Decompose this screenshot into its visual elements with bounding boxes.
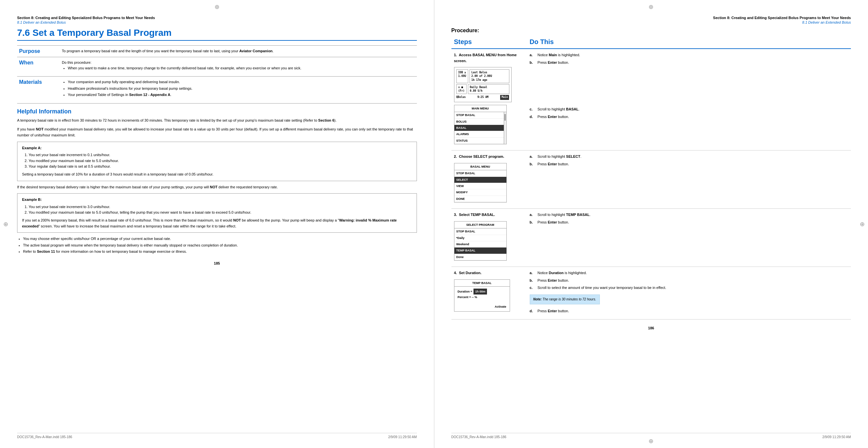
example-b-box: Example B: You set your basal rate incre… bbox=[17, 193, 417, 233]
footer-left-text: DOC15736_Rev-A-Man.indd 185-186 bbox=[17, 435, 72, 439]
left-section-subheader: 8.1 Deliver an Extended Bolus bbox=[17, 21, 417, 24]
materials-bullet-2: Healthcare professional's instructions f… bbox=[68, 86, 415, 92]
example-a-list: You set your basal rate increment to 0.1… bbox=[22, 152, 412, 170]
step-4a: a. Notice Duration is highlighted. bbox=[530, 270, 848, 276]
info-table: Purpose To program a temporary basal rat… bbox=[17, 45, 417, 104]
crosshair-top-right: ⊕ bbox=[649, 3, 653, 10]
materials-bullet-1: Your companion and pump fully operating … bbox=[68, 79, 415, 85]
step-3-row: 3. Select TEMP BASAL. SELECT PROGRAM STO… bbox=[452, 209, 851, 267]
crosshair-top: ⊕ bbox=[215, 3, 219, 10]
crosshair-left: ⊕ bbox=[3, 220, 8, 228]
right-footer: DOC15736_Rev-A-Man.indd 185-186 2/9/09 1… bbox=[452, 433, 851, 439]
example-a-title: Example A: bbox=[22, 145, 412, 151]
step-1c: c. Scroll to highlight BASAL. bbox=[530, 106, 848, 112]
example-a-box: Example A: You set your basal rate incre… bbox=[17, 142, 417, 181]
footer-bullet-2: The active basal program will resume whe… bbox=[23, 243, 417, 248]
right-page-number: 186 bbox=[452, 326, 851, 330]
step-2-do-this: a. Scroll to highlight SELECT. b. Press … bbox=[527, 150, 851, 209]
example-a-para: Setting a temporary basal rate of 10% fo… bbox=[22, 172, 412, 177]
step-1-row: 1. Access BASAL MENU from Home screen. I… bbox=[452, 49, 851, 150]
purpose-row: Purpose To program a temporary basal rat… bbox=[17, 46, 417, 57]
materials-bullets: Your companion and pump fully operating … bbox=[62, 79, 415, 98]
step-4-row: 4. Set Duration. TEMP BASAL Duration = 1… bbox=[452, 267, 851, 319]
basal-menu-mockup: BASAL MENU STOP BASAL SELECT VIEW MODIFY… bbox=[454, 163, 507, 203]
step-2-row: 2. Choose SELECT program. BASAL MENU STO… bbox=[452, 150, 851, 209]
home-screen-mockup: IOB ≥1.69U Last Bolus2.00 of 2.00U1h 17m… bbox=[454, 67, 512, 102]
step-1a: a. Notice Main is highlighted. bbox=[530, 52, 848, 58]
materials-bullet-3: Your personalized Table of Settings in S… bbox=[68, 92, 415, 98]
select-program-mockup: SELECT PROGRAM STOP BASAL *Daily Weekend… bbox=[454, 221, 507, 261]
temp-basal-mockup: TEMP BASAL Duration = 1h 00m Percent = -… bbox=[454, 279, 510, 312]
helpful-para2: If you have NOT modified your maximum ba… bbox=[17, 127, 417, 138]
step-1d: d. Press Enter button. bbox=[530, 114, 848, 120]
example-b-list: You set your basal rate increment to 3.0… bbox=[22, 204, 412, 216]
helpful-title: Helpful Information bbox=[17, 108, 417, 115]
footer-bullets: You may choose either specific units/hou… bbox=[17, 236, 417, 255]
materials-row: Materials Your companion and pump fully … bbox=[17, 77, 417, 104]
step-2a: a. Scroll to highlight SELECT. bbox=[530, 154, 848, 160]
left-page-number: 185 bbox=[17, 261, 417, 265]
step-2-cell: 2. Choose SELECT program. BASAL MENU STO… bbox=[452, 150, 527, 209]
materials-label: Materials bbox=[17, 77, 60, 104]
step-4-cell: 4. Set Duration. TEMP BASAL Duration = 1… bbox=[452, 267, 527, 319]
purpose-label: Purpose bbox=[17, 46, 60, 57]
left-page: ⊕ ⊕ Section 8: Creating and Editing Spec… bbox=[0, 0, 434, 448]
step-2b: b. Press Enter button. bbox=[530, 161, 848, 167]
right-section-subheader: 8.1 Deliver an Extended Bolus bbox=[452, 21, 851, 24]
step-1-do-this: a. Notice Main is highlighted. b. Press … bbox=[527, 49, 851, 150]
note-box: Note: The range is 30 minutes to 72 hour… bbox=[530, 295, 600, 304]
when-intro: Do this procedure: bbox=[62, 61, 91, 64]
left-section-header: Section 8: Creating and Editing Speciali… bbox=[17, 16, 417, 20]
when-content: Do this procedure: When you want to make… bbox=[60, 57, 417, 77]
example-a-item-1: You set your basal rate increment to 0.1… bbox=[29, 152, 412, 158]
right-section-header: Section 8: Creating and Editing Speciali… bbox=[452, 16, 851, 20]
procedure-table: Steps Do This 1. Access BASAL MENU from … bbox=[452, 37, 851, 319]
left-footer: DOC15736_Rev-A-Man.indd 185-186 2/9/09 1… bbox=[17, 433, 417, 439]
step-3b: b. Press Enter button. bbox=[530, 219, 848, 226]
example-b-item-1: You set your basal rate increment to 3.0… bbox=[29, 204, 412, 210]
step-4d: d. Press Enter button. bbox=[530, 308, 848, 314]
step-4b: b. Press Enter button. bbox=[530, 278, 848, 284]
chapter-title: 7.6 Set a Temporary Basal Program bbox=[17, 28, 417, 41]
footer-bullet-3: Refer to Section 11 for more information… bbox=[23, 249, 417, 255]
example-b-item-2: You modified your maximum basal rate to … bbox=[29, 210, 412, 216]
purpose-content: To program a temporary basal rate and th… bbox=[60, 46, 417, 57]
step-4c: c. Scroll to select the amount of time y… bbox=[530, 285, 848, 291]
step-3a: a. Scroll to highlight TEMP BASAL. bbox=[530, 212, 848, 218]
page-spread: ⊕ ⊕ Section 8: Creating and Editing Spec… bbox=[0, 0, 868, 448]
when-label: When bbox=[17, 57, 60, 77]
col-steps-header: Steps bbox=[452, 37, 527, 49]
when-bullets: When you want to make a one time, tempor… bbox=[62, 65, 415, 71]
procedure-header-row: Steps Do This bbox=[452, 37, 851, 49]
footer-bullet-1: You may choose either specific units/hou… bbox=[23, 236, 417, 242]
example-a-item-2: You modified your maximum basal rate to … bbox=[29, 158, 412, 164]
col-do-this-header: Do This bbox=[527, 37, 851, 49]
step-3-cell: 3. Select TEMP BASAL. SELECT PROGRAM STO… bbox=[452, 209, 527, 267]
footer-right-text-right: 2/9/09 11:29:50 AM bbox=[822, 435, 851, 439]
when-row: When Do this procedure: When you want to… bbox=[17, 57, 417, 77]
footer-right-text: 2/9/09 11:29:50 AM bbox=[388, 435, 417, 439]
helpful-para3: If the desired temporary basal delivery … bbox=[17, 184, 417, 190]
when-bullet-1: When you want to make a one time, tempor… bbox=[68, 65, 415, 71]
step-1b: b. Press Enter button. bbox=[530, 60, 848, 66]
example-b-para: If you set a 200% temporary basal, this … bbox=[22, 217, 412, 229]
right-page: ⊕ ⊕ ⊕ Section 8: Creating and Editing Sp… bbox=[434, 0, 868, 448]
main-menu-mockup: MAIN MENU STOP BASAL BOLUS BASAL ALARMS … bbox=[454, 105, 507, 144]
example-b-title: Example B: bbox=[22, 197, 412, 203]
step-4-do-this: a. Notice Duration is highlighted. b. Pr… bbox=[527, 267, 851, 319]
crosshair-right-mid: ⊕ bbox=[860, 220, 865, 228]
step-3-do-this: a. Scroll to highlight TEMP BASAL. b. Pr… bbox=[527, 209, 851, 267]
step-1-cell: 1. Access BASAL MENU from Home screen. I… bbox=[452, 49, 527, 150]
procedure-title: Procedure: bbox=[452, 28, 851, 34]
example-a-item-3: Your regular daily basal rate is set at … bbox=[29, 164, 412, 170]
helpful-para1: A temporary basal rate is in effect from… bbox=[17, 118, 417, 124]
materials-content: Your companion and pump fully operating … bbox=[60, 77, 417, 104]
footer-left-text-right: DOC15736_Rev-A-Man.indd 185-186 bbox=[452, 435, 506, 439]
